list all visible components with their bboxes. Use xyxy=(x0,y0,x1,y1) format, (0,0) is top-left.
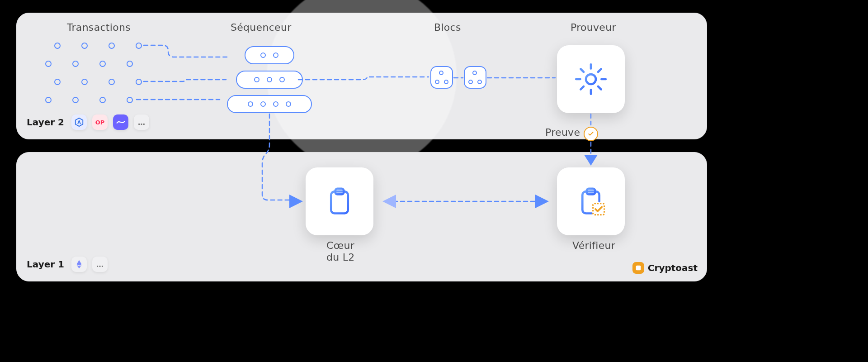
verifier-card xyxy=(557,167,625,235)
layer2-tag: Layer 2 OP … xyxy=(27,114,149,130)
proof-label: Preuve xyxy=(545,127,580,138)
blocks-label: Blocs xyxy=(434,22,461,33)
optimism-icon: OP xyxy=(92,114,108,130)
brand-name: Cryptoast xyxy=(648,262,698,273)
more-l1-icon: … xyxy=(92,257,108,272)
prover-card xyxy=(557,45,625,113)
prover-label: Prouveur xyxy=(571,22,616,33)
sequencer-row xyxy=(227,95,312,113)
layer2-name: Layer 2 xyxy=(27,117,64,128)
proof-check-icon xyxy=(584,127,598,141)
svg-point-1 xyxy=(586,74,596,84)
arbitrum-icon xyxy=(71,114,87,130)
l2core-card xyxy=(306,167,373,235)
block-icon xyxy=(464,66,486,89)
clipboard-icon xyxy=(322,184,357,219)
diagram-canvas: Layer 2 OP … Layer 1 … Cryptoast T xyxy=(0,0,723,301)
sequencer-stack xyxy=(227,46,312,113)
brand-icon xyxy=(632,262,644,274)
svg-rect-0 xyxy=(636,266,641,271)
block-icon xyxy=(430,66,453,89)
transactions-cloud xyxy=(45,43,154,115)
sequencer-row xyxy=(245,46,294,64)
l2core-label-1: Cœur xyxy=(326,240,354,251)
l2core-label-2: du L2 xyxy=(326,252,355,263)
layer1-tag: Layer 1 … xyxy=(27,257,108,272)
starknet-icon xyxy=(113,114,128,130)
transactions-label: Transactions xyxy=(67,22,131,33)
more-l2-icon: … xyxy=(134,114,149,130)
ethereum-icon xyxy=(71,257,87,272)
verifier-label: Vérifieur xyxy=(572,240,615,251)
gear-icon xyxy=(573,62,609,97)
sequencer-label: Séquenceur xyxy=(231,22,292,33)
sequencer-row xyxy=(236,71,303,89)
brand-badge: Cryptoast xyxy=(632,262,698,274)
clipboard-check-icon xyxy=(573,184,609,219)
layer1-name: Layer 1 xyxy=(27,259,64,270)
